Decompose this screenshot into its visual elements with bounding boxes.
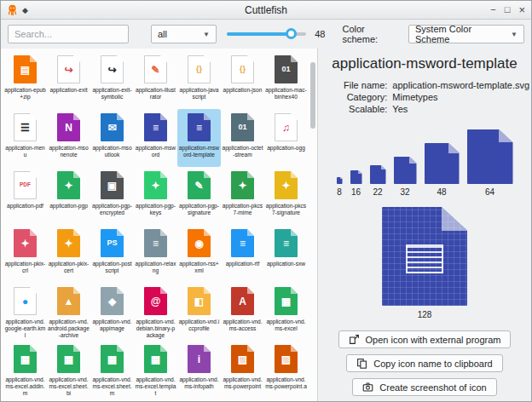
icon-grid-item[interactable]: ▦application-vnd.ms-excel.templat: [134, 341, 177, 399]
icon-grid-item[interactable]: ◉application-rss+xml: [177, 225, 221, 283]
icon-fields: File name:application-msword-template.sv…: [344, 80, 529, 114]
icon-grid-item[interactable]: ✦application-pgp-keys: [134, 167, 177, 225]
icon-grid-item[interactable]: ↪application-exit: [47, 51, 90, 109]
file-icon-glyph: ✦: [151, 181, 159, 191]
create-screenshot-of-icon-button[interactable]: Create screenshot of icon: [352, 378, 496, 396]
icon-grid-item[interactable]: ≡application-msword: [134, 109, 177, 167]
file-icon-glyph: PS: [107, 239, 117, 247]
icon-grid-item[interactable]: ☰application-menu: [3, 109, 47, 167]
file-icon-glyph: ≡: [196, 123, 202, 133]
file-icon-glyph: ◆: [108, 296, 116, 307]
icon-grid-item[interactable]: ✦application-pgp: [47, 167, 90, 225]
size-previews: 81622324864: [337, 129, 513, 197]
file-icon: PDF: [14, 171, 37, 199]
icon-grid-item[interactable]: @application-vnd.debian.binary-package: [134, 283, 177, 341]
color-scheme-dropdown[interactable]: System Color Scheme ▼: [408, 25, 524, 43]
icon-grid-item[interactable]: ✉application-msoutlook: [90, 109, 134, 167]
icon-grid-item[interactable]: ≡application-relaxng: [134, 225, 177, 283]
field-value: application-msword-template.svg: [392, 80, 529, 90]
file-icon: ✎: [188, 171, 211, 199]
icon-label: application-pgp: [48, 203, 90, 210]
icon-label: application-octet-stream: [222, 145, 263, 158]
file-icon-glyph: ▦: [151, 354, 160, 365]
main-area: ▤application-epub+zip↪application-exit↪a…: [1, 49, 531, 402]
file-icon: {}: [231, 55, 254, 83]
file-icon-glyph: ▦: [64, 354, 73, 365]
file-icon: 01: [231, 113, 254, 141]
open-icon-with-external-program-button[interactable]: Open icon with external program: [338, 330, 512, 348]
pin-icon[interactable]: ◆: [22, 6, 28, 14]
size-slider[interactable]: [227, 25, 306, 43]
icon-label: application-pkix-cert: [48, 261, 90, 274]
icon-grid-item[interactable]: ≡application-rtf: [221, 225, 264, 283]
icon-label: application-sxw: [265, 261, 307, 267]
icon-label: application-vnd.android.package-archive: [48, 319, 90, 339]
search-input[interactable]: [8, 25, 129, 43]
icon-grid-item[interactable]: ✦application-pkix-cert: [47, 225, 90, 283]
icon-grid-item[interactable]: ▨application-vnd.ms-powerpoint: [221, 341, 264, 399]
file-icon: ▨: [231, 345, 254, 373]
icon-grid-item[interactable]: ✎application-pgp-signature: [177, 167, 221, 225]
copy-icon-name-to-clipboard-button[interactable]: Copy icon name to clipboard: [346, 354, 502, 372]
scrollbar[interactable]: [310, 62, 315, 129]
file-icon: {}: [188, 55, 211, 83]
icon-label: application-vnd.google-earth.kml: [4, 319, 46, 339]
icon-grid-item[interactable]: ▣application-pgp-encrypted: [90, 167, 134, 225]
icon-label: application-pkcs7-mime: [222, 203, 263, 216]
category-dropdown[interactable]: all ▼: [151, 25, 217, 43]
icon-grid-item[interactable]: ▦application-vnd.ms-excel.sheet.bi: [47, 341, 90, 399]
file-icon-glyph: ≡: [240, 238, 246, 249]
close-icon[interactable]: ×: [518, 4, 525, 15]
field-label: File name:: [344, 80, 387, 90]
slider-handle[interactable]: [286, 28, 297, 39]
icon-grid-item[interactable]: ♫application-ogg: [264, 109, 308, 167]
file-icon: [394, 157, 417, 184]
icon-grid-item[interactable]: PDFapplication-pdf: [3, 167, 47, 225]
file-icon: ▦: [101, 345, 124, 373]
file-icon-glyph: ☰: [20, 123, 30, 133]
file-icon-glyph: ▣: [107, 181, 117, 191]
icon-grid-item[interactable]: ▲application-vnd.android.package-archive: [47, 283, 90, 341]
icon-grid-item[interactable]: ▦application-vnd.ms-excel: [264, 283, 308, 341]
icon-grid-item[interactable]: ↪application-exit-symbolic: [90, 51, 134, 109]
field-label: Category:: [344, 92, 387, 102]
file-icon-glyph: ✦: [64, 238, 72, 249]
icon-grid-item[interactable]: ✦application-pkix-crl: [3, 225, 47, 283]
icon-grid-item[interactable]: ▤application-epub+zip: [3, 51, 47, 109]
large-size-label: 128: [418, 310, 432, 319]
file-icon-glyph: ✦: [64, 181, 72, 191]
size-number: 8: [337, 187, 342, 197]
icon-grid-item[interactable]: ▨application-vnd.ms-powerpoint.a: [264, 341, 308, 399]
size-value: 48: [315, 29, 325, 39]
icon-label: application-json: [222, 87, 263, 94]
icon-label: application-vnd.appimage: [91, 319, 133, 332]
icon-grid-item[interactable]: ●application-vnd.google-earth.kml: [3, 283, 47, 341]
icon-grid-item[interactable]: 01application-octet-stream: [221, 109, 264, 167]
icon-grid-item[interactable]: ◆application-vnd.appimage: [90, 283, 134, 341]
icon-grid-item[interactable]: ▦application-vnd.ms-excel.addin.m: [3, 341, 47, 399]
icon-grid-item[interactable]: iapplication-vnd.ms-infopath: [177, 341, 221, 399]
app-icon: [7, 4, 18, 15]
icon-grid-item[interactable]: {}application-javascript: [177, 51, 221, 109]
icon-label: application-illustrator: [135, 87, 176, 100]
copy-icon: [356, 358, 367, 369]
icon-grid-item[interactable]: ✦application-pkcs7-mime: [221, 167, 264, 225]
icon-grid-item[interactable]: ◧application-vnd.iccprofile: [177, 283, 221, 341]
icon-grid-item[interactable]: {}application-json: [221, 51, 264, 109]
icon-grid-item[interactable]: Napplication-msonenote: [47, 109, 90, 167]
icon-grid-item[interactable]: Aapplication-vnd.ms-access: [221, 283, 264, 341]
minimize-icon[interactable]: −: [490, 5, 495, 14]
file-icon: ▣: [101, 171, 124, 199]
icon-grid-item[interactable]: ✦application-pkcs7-signature: [264, 167, 308, 225]
icon-grid-item[interactable]: ≡application-sxw: [264, 225, 308, 283]
toolbar: all ▼ 48 Color scheme: System Color Sche…: [1, 20, 531, 49]
icon-grid-item[interactable]: ▦application-vnd.ms-excel.sheet.m: [90, 341, 134, 399]
file-icon-glyph: ✉: [107, 123, 116, 133]
icon-grid-item[interactable]: 01application-mac-binhex40: [264, 51, 308, 109]
maximize-icon[interactable]: □: [505, 5, 511, 14]
icon-grid-item[interactable]: ✎application-illustrator: [134, 51, 177, 109]
icon-grid-item[interactable]: PSapplication-postscript: [90, 225, 134, 283]
file-icon-glyph: ●: [22, 296, 28, 307]
icon-grid-item[interactable]: ≡application-msword-template: [177, 109, 221, 167]
file-icon-glyph: ≡: [283, 238, 289, 249]
